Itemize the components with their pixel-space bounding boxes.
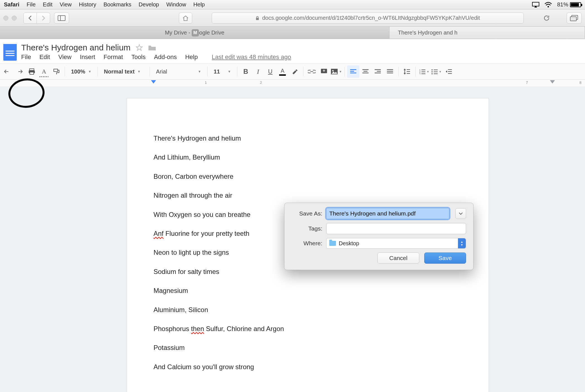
- document-line[interactable]: Potassium: [153, 338, 462, 357]
- browser-tab-drive[interactable]: M My Drive - Google Drive: [0, 27, 389, 39]
- browser-tab-doc[interactable]: There's Hydrogen and h: [389, 27, 585, 39]
- svg-text:+: +: [323, 68, 325, 73]
- document-line[interactable]: There's Hydrogen and helium: [153, 129, 462, 148]
- document-line[interactable]: And Lithium, Beryllium: [153, 148, 462, 167]
- align-justify-button[interactable]: [384, 65, 396, 78]
- document-line[interactable]: Aluminium, Silicon: [153, 300, 462, 319]
- document-title[interactable]: There's Hydrogen and helium: [21, 43, 131, 52]
- style-dropdown[interactable]: Normal text▼: [100, 68, 147, 75]
- url-bar[interactable]: docs.google.com/document/d/1t240bl7crtr5…: [212, 13, 524, 24]
- svg-rect-5: [256, 18, 259, 20]
- underline-button[interactable]: U: [264, 65, 276, 78]
- highlight-button[interactable]: [289, 65, 301, 78]
- where-label: Where:: [292, 240, 322, 247]
- svg-rect-11: [54, 69, 58, 72]
- where-value: Desktop: [339, 240, 359, 247]
- decrease-indent-button[interactable]: [442, 65, 455, 78]
- font-dropdown[interactable]: Arial▼: [152, 68, 205, 75]
- svg-point-39: [432, 73, 433, 74]
- docs-menu-help[interactable]: Help: [185, 53, 198, 61]
- spelling-error[interactable]: then: [191, 325, 204, 332]
- docs-menu-view[interactable]: View: [58, 53, 71, 61]
- bulleted-list-button[interactable]: ▼: [430, 65, 442, 78]
- tags-input[interactable]: [326, 223, 466, 234]
- indent-marker-icon[interactable]: [151, 80, 156, 84]
- tab-label: There's Hydrogen and h: [398, 30, 457, 36]
- document-line[interactable]: Nitrogen all through the air: [153, 186, 462, 205]
- menu-develop[interactable]: Develop: [139, 1, 159, 8]
- docs-menu-addons[interactable]: Add-ons: [154, 53, 177, 61]
- text-color-button[interactable]: A: [276, 65, 289, 78]
- move-folder-icon[interactable]: [148, 44, 156, 51]
- safari-toolbar: docs.google.com/document/d/1t240bl7crtr5…: [0, 9, 585, 27]
- docs-menu-file[interactable]: File: [21, 53, 31, 61]
- svg-point-38: [432, 71, 433, 72]
- document-line[interactable]: Magnesium: [153, 281, 462, 300]
- svg-rect-10: [30, 72, 34, 74]
- star-icon[interactable]: [136, 44, 143, 51]
- menu-edit[interactable]: Edit: [43, 1, 52, 8]
- google-docs-logo-icon[interactable]: [3, 44, 17, 61]
- browser-tabstrip: M My Drive - Google Drive There's Hydrog…: [0, 27, 585, 39]
- svg-text:3: 3: [419, 73, 421, 74]
- home-button[interactable]: [179, 13, 192, 24]
- menu-help[interactable]: Help: [193, 1, 205, 8]
- fontsize-dropdown[interactable]: 11▼: [210, 68, 235, 75]
- saveas-filename-input[interactable]: [326, 208, 449, 219]
- align-left-button[interactable]: [347, 65, 359, 78]
- zoom-dropdown[interactable]: 100%▼: [67, 68, 95, 75]
- bold-button[interactable]: B: [240, 65, 252, 78]
- url-text: docs.google.com/document/d/1t240bl7crtr5…: [262, 15, 480, 21]
- document-line[interactable]: Phosphorus then Sulfur, Chlorine and Arg…: [153, 319, 462, 338]
- document-line[interactable]: And Calcium so you'll grow strong: [153, 357, 462, 376]
- saveas-label: Save As:: [292, 210, 322, 217]
- document-line[interactable]: Boron, Carbon everywhere: [153, 167, 462, 186]
- insert-image-button[interactable]: ▼: [330, 65, 342, 78]
- ruler[interactable]: 1 2 7 8: [0, 80, 585, 87]
- menu-bookmarks[interactable]: Bookmarks: [104, 1, 131, 8]
- app-name[interactable]: Safari: [4, 1, 20, 8]
- menu-view[interactable]: View: [60, 1, 72, 8]
- italic-button[interactable]: I: [252, 65, 264, 78]
- last-edit-link[interactable]: Last edit was 48 minutes ago: [212, 53, 291, 61]
- airplay-icon[interactable]: [532, 2, 539, 8]
- print-button[interactable]: [26, 65, 38, 78]
- window-controls[interactable]: [3, 16, 17, 21]
- docs-menu-tools[interactable]: Tools: [131, 53, 145, 61]
- sidebar-toggle-button[interactable]: [54, 13, 69, 24]
- back-button[interactable]: [23, 13, 37, 24]
- expand-dialog-button[interactable]: [455, 208, 466, 219]
- docs-header: There's Hydrogen and helium File Edit Vi…: [0, 39, 585, 87]
- menu-window[interactable]: Window: [166, 1, 186, 8]
- reload-button[interactable]: [543, 15, 554, 21]
- align-right-button[interactable]: [372, 65, 384, 78]
- save-button[interactable]: Save: [424, 253, 466, 264]
- ruler-mark: 7: [526, 80, 528, 85]
- spelling-error[interactable]: Anf: [153, 230, 164, 237]
- menu-file[interactable]: File: [27, 1, 36, 8]
- folder-icon: [329, 241, 336, 246]
- undo-button[interactable]: [1, 65, 13, 78]
- ruler-mark: 2: [260, 80, 262, 85]
- insert-comment-button[interactable]: +: [318, 65, 330, 78]
- paint-format-button[interactable]: [50, 65, 62, 78]
- align-center-button[interactable]: [359, 65, 372, 78]
- cancel-button[interactable]: Cancel: [377, 253, 419, 264]
- wifi-icon[interactable]: [544, 2, 552, 8]
- menu-history[interactable]: History: [79, 1, 96, 8]
- battery-percent: 81%: [557, 1, 568, 8]
- line-spacing-button[interactable]: [401, 65, 413, 78]
- tabs-button[interactable]: [567, 13, 582, 24]
- right-margin-marker-icon[interactable]: [550, 80, 555, 84]
- docs-menu-insert[interactable]: Insert: [80, 53, 95, 61]
- spellcheck-button[interactable]: A: [38, 65, 50, 78]
- lock-icon: [255, 16, 259, 20]
- redo-button[interactable]: [13, 65, 26, 78]
- numbered-list-button[interactable]: 123▼: [418, 65, 430, 78]
- where-dropdown[interactable]: Desktop ▲▼: [326, 238, 466, 249]
- docs-menu-format[interactable]: Format: [104, 53, 123, 61]
- battery-status[interactable]: 81%: [557, 1, 581, 8]
- docs-menu-edit[interactable]: Edit: [39, 53, 50, 61]
- insert-link-button[interactable]: [306, 65, 318, 78]
- forward-button[interactable]: [37, 13, 50, 24]
